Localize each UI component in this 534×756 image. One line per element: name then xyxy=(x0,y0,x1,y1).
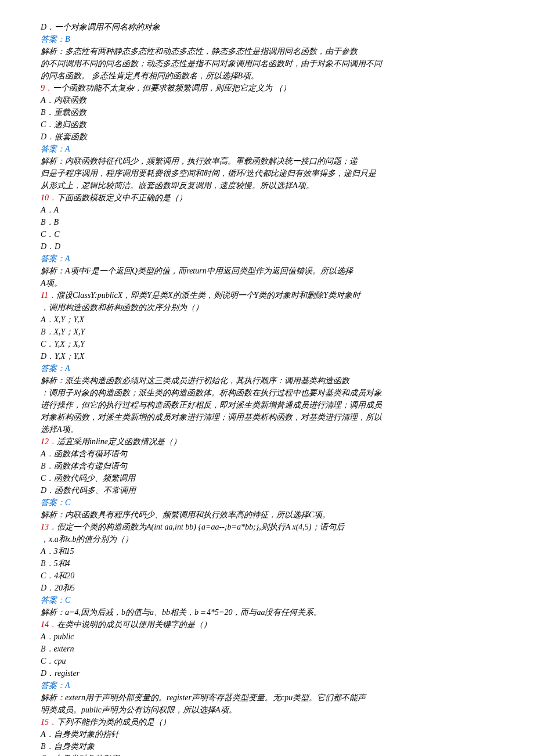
question-text: 假定一个类的构造函数为A(int aa,int bb) {a=aa--;b=a*… xyxy=(57,523,344,531)
text-line: B．5和4 xyxy=(41,557,493,570)
text-line: ：调用子对象的构造函数；派生类的构造函数体。析构函数在执行过程中也要对基类和成员… xyxy=(41,387,493,399)
question-text: 一个函数功能不太复杂，但要求被频繁调用，则应把它定义为 （） xyxy=(53,84,291,92)
answer-line: 答案：A xyxy=(41,679,493,692)
text-line: B．函数体含有递归语句 xyxy=(41,460,493,472)
text-line: 解析：派生类构造函数必须对这三类成员进行初始化，其执行顺序：调用基类构造函数 xyxy=(41,375,493,387)
text-line: A．X,Y；Y,X xyxy=(41,314,493,326)
text-line: A．public xyxy=(41,631,493,643)
text-line: 11．假设ClassY:publicX，即类Y是类X的派生类，则说明一个Y类的对… xyxy=(41,289,493,301)
text-line: 的不同调用不同的同名函数；动态多态性是指不同对象调用同名函数时，由于对象不同调用… xyxy=(41,57,493,70)
text-line: A项。 xyxy=(41,277,493,289)
text-line: D．20和5 xyxy=(41,582,493,594)
text-line: C．cpu xyxy=(41,655,493,667)
text-line: ，调用构造函数和析构函数的次序分别为（） xyxy=(41,301,493,314)
text-line: C．递归函数 xyxy=(41,118,493,131)
text-line: 13．假定一个类的构造函数为A(int aa,int bb) {a=aa--;b… xyxy=(41,521,493,533)
text-line: C．Y,X；X,Y xyxy=(41,338,493,350)
text-line: D．Y,X；Y,X xyxy=(41,350,493,362)
question-number: 11． xyxy=(41,291,56,300)
answer-line: 答案：A xyxy=(41,253,493,265)
answer-line: 答案：B xyxy=(41,33,493,45)
text-line: A．自身类对象的指针 xyxy=(41,728,493,740)
text-line: 9．一个函数功能不太复杂，但要求被频繁调用，则应把它定义为 （） xyxy=(41,82,493,94)
text-line: B．B xyxy=(41,216,493,228)
text-line: D．一个对象调用不同名称的对象 xyxy=(41,21,493,33)
text-line: D．D xyxy=(41,240,493,253)
text-line: A．内联函数 xyxy=(41,94,493,106)
text-line: ，x.a和x.b的值分别为（） xyxy=(41,533,493,545)
question-text: 适宜采用inline定义函数情况是（） xyxy=(57,437,181,446)
question-number: 10． xyxy=(41,193,57,202)
text-line: B．重载函数 xyxy=(41,106,493,118)
text-line: B．extern xyxy=(41,643,493,655)
document-body: D．一个对象调用不同名称的对象答案：B解析：多态性有两种静态多态性和动态多态性，… xyxy=(41,21,493,756)
text-line: C．自身类对象的引用 xyxy=(41,753,493,756)
answer-line: 答案：A xyxy=(41,362,493,375)
answer-line: 答案：C xyxy=(41,496,493,509)
text-line: 解析：A项中F是一个返回Q类型的值，而return中用返回类型作为返回值错误。所… xyxy=(41,265,493,277)
text-line: 归是子程序调用，程序调用要耗费很多空间和时间，循环/迭代都比递归有效率得多，递归… xyxy=(41,167,493,179)
text-line: 进行操作，但它的执行过程与构造函数正好相反，即对派生类新增普通成员进行清理；调用… xyxy=(41,399,493,411)
text-line: 明类成员。public声明为公有访问权限，所以选择A项。 xyxy=(41,704,493,716)
text-line: 的同名函数。 多态性肯定具有相同的函数名，所以选择B项。 xyxy=(41,70,493,82)
text-line: 12．适宜采用inline定义函数情况是（） xyxy=(41,435,493,448)
question-number: 12． xyxy=(41,437,57,446)
text-line: 解析：extern用于声明外部变量的。register声明寄存器类型变量。无cp… xyxy=(41,692,493,704)
question-number: 14． xyxy=(41,620,57,629)
text-line: C．4和20 xyxy=(41,570,493,582)
answer-line: 答案：A xyxy=(41,143,493,155)
question-text: 在类中说明的成员可以使用关键字的是（） xyxy=(57,620,211,629)
text-line: A．函数体含有循环语句 xyxy=(41,448,493,460)
question-text: 下列不能作为类的成员的是（） xyxy=(57,718,171,726)
text-line: 从形式上，逻辑比较简洁。嵌套函数即反复调用，速度较慢。所以选择A项。 xyxy=(41,179,493,192)
text-line: D．register xyxy=(41,667,493,679)
answer-line: 答案：C xyxy=(41,594,493,606)
text-line: 15．下列不能作为类的成员的是（） xyxy=(41,716,493,728)
question-number: 9． xyxy=(41,84,53,92)
question-number: 13． xyxy=(41,523,57,531)
text-line: 对象析构函数，对派生类新增的成员对象进行清理；调用基类析构函数，对基类进行清理，… xyxy=(41,411,493,423)
text-line: 10．下面函数模板定义中不正确的是（） xyxy=(41,192,493,204)
text-line: B．自身类对象 xyxy=(41,740,493,753)
text-line: D．函数代码多、不常调用 xyxy=(41,484,493,496)
text-line: B．X,Y；X,Y xyxy=(41,326,493,338)
text-line: A．3和15 xyxy=(41,545,493,557)
question-text: 下面函数模板定义中不正确的是（） xyxy=(57,193,187,202)
text-line: 解析：内联函数具有程序代码少、频繁调用和执行效率高的特征，所以选择C项。 xyxy=(41,509,493,521)
text-line: D．嵌套函数 xyxy=(41,131,493,143)
text-line: A．A xyxy=(41,204,493,216)
text-line: 选择A项。 xyxy=(41,423,493,435)
text-line: C．C xyxy=(41,228,493,240)
question-number: 15． xyxy=(41,718,57,726)
text-line: C．函数代码少、频繁调用 xyxy=(41,472,493,484)
text-line: 解析：内联函数特征代码少，频繁调用，执行效率高。重载函数解决统一接口的问题；递 xyxy=(41,155,493,167)
text-line: 14．在类中说明的成员可以使用关键字的是（） xyxy=(41,618,493,631)
text-line: 解析：多态性有两种静态多态性和动态多态性，静态多态性是指调用同名函数，由于参数 xyxy=(41,45,493,57)
question-text: 假设ClassY:publicX，即类Y是类X的派生类，则说明一个Y类的对象时和… xyxy=(56,291,360,300)
text-line: 解析：a=4,因为后减，b的值与a、bb相关，b＝4*5=20，而与aa没有任何… xyxy=(41,606,493,618)
